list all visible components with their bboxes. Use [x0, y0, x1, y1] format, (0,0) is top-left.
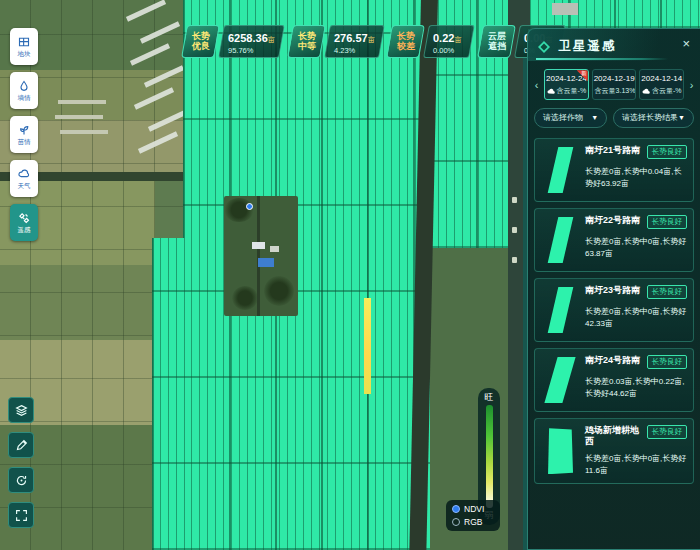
map-marker [512, 227, 517, 233]
caret-down-icon: ▼ [678, 114, 685, 121]
stat-growth-excellent: 长势优良 6258.36亩95.76% [184, 25, 282, 58]
field-card[interactable]: 鸡场新增耕地西长势良好 长势差0亩,长势中0亩,长势好11.6亩 [534, 418, 694, 485]
header-divider [536, 58, 668, 60]
growth-badge: 长势良好 [647, 145, 687, 159]
sidebar-item-seedling[interactable]: 苗情 [10, 116, 38, 153]
cloud-icon [642, 88, 650, 94]
greenhouse [58, 100, 106, 104]
date-selector: ‹ 新 2024-12-24 含云量-% 2024-12-19 含云量3.13%… [528, 61, 700, 106]
sidebar-item-label: 天气 [18, 182, 31, 188]
fullscreen-icon [15, 509, 28, 522]
date-card[interactable]: 2024-12-14 含云量-% [639, 69, 684, 100]
field-thumbnail [541, 215, 579, 265]
sidebar-item-label: 墒情 [18, 94, 31, 100]
draw-measure-button[interactable] [8, 432, 34, 458]
stat-badge: 长势中等 [287, 25, 326, 58]
layers-icon [15, 404, 28, 417]
building [258, 258, 274, 267]
stat-growth-medium: 长势中等 276.57亩4.23% [290, 25, 382, 58]
growth-badge: 长势良好 [647, 285, 687, 299]
field-thumbnail [541, 145, 579, 195]
crop-select[interactable]: 请选择作物 ▼ [534, 108, 607, 128]
stat-value: 276.57亩4.23% [324, 25, 384, 58]
app-screen: 长势优良 6258.36亩95.76% 长势中等 276.57亩4.23% 长势… [0, 0, 700, 550]
satellite-icon [18, 212, 30, 224]
seedling-icon [18, 124, 30, 136]
radio-unselected-icon [452, 518, 460, 526]
stat-badge: 云层遮挡 [478, 25, 517, 58]
date-card[interactable]: 新 2024-12-24 含云量-% [544, 69, 589, 100]
plot-icon [18, 36, 30, 48]
sidebar-item-plots[interactable]: 地块 [10, 28, 38, 65]
village-area [224, 196, 298, 316]
sidebar-item-weather[interactable]: 天气 [10, 160, 38, 197]
map-marker [512, 197, 517, 203]
building [252, 242, 265, 249]
greenhouse [60, 130, 108, 134]
satellite-remote-sensing-panel: 卫星遥感 × ‹ 新 2024-12-24 含云量-% 2024-12-19 含… [527, 28, 700, 550]
field-list: 南圩21号路南长势良好 长势差0亩,长势中0.04亩,长势好63.92亩 南圩2… [528, 134, 700, 549]
field-thumbnail [541, 355, 579, 405]
highlighted-crop-fields [183, 0, 430, 550]
ndvi-radio[interactable]: NDVI [452, 505, 494, 514]
sidebar-item-label: 苗情 [18, 138, 31, 144]
sidebar-item-remote-sensing[interactable]: 遥感 [10, 204, 38, 241]
radio-selected-icon [452, 505, 460, 513]
stat-growth-poor: 长势较差 0.22亩0.00% [389, 25, 472, 58]
panel-title: 卫星遥感 [558, 39, 616, 53]
growth-badge: 长势良好 [647, 215, 687, 229]
layers-button[interactable] [8, 397, 34, 423]
field-thumbnail [541, 285, 579, 335]
field-card[interactable]: 南圩23号路南长势良好 长势差0亩,长势中0亩,长势好42.33亩 [534, 278, 694, 342]
building [270, 246, 279, 252]
filter-row: 请选择作物 ▼ 请选择长势结果 ▼ [528, 106, 700, 134]
stat-badge: 长势较差 [387, 25, 426, 58]
growth-stats-bar: 长势优良 6258.36亩95.76% 长势中等 276.57亩4.23% 长势… [184, 25, 563, 58]
highlighted-crop-fields [152, 238, 185, 550]
ndvi-gradient-bar [486, 405, 493, 508]
growth-badge: 长势良好 [647, 355, 687, 369]
field-card[interactable]: 南圩24号路南长势良好 长势差0.03亩,长势中0.22亩,长势好44.62亩 [534, 348, 694, 412]
weather-icon [18, 168, 30, 180]
gem-icon [538, 41, 550, 53]
greenhouse [55, 115, 103, 119]
sidebar-item-soil-moisture[interactable]: 墒情 [10, 72, 38, 109]
field-card[interactable]: 南圩22号路南长势良好 长势差0亩,长势中0亩,长势好63.87亩 [534, 208, 694, 272]
panel-header: 卫星遥感 × [528, 29, 700, 61]
stat-value: 0.22亩0.00% [424, 25, 476, 58]
layer-toggle: NDVI RGB [446, 500, 500, 531]
sidebar-item-label: 遥感 [18, 226, 31, 232]
field-thumbnail [541, 425, 579, 478]
rgb-radio[interactable]: RGB [452, 518, 494, 527]
reset-locate-button[interactable] [8, 467, 34, 493]
close-icon[interactable]: × [682, 37, 690, 50]
refresh-locate-icon [15, 474, 28, 487]
caret-down-icon: ▼ [591, 114, 598, 121]
next-date-arrow[interactable]: › [687, 69, 696, 100]
map-marker[interactable] [246, 203, 253, 210]
growth-result-select[interactable]: 请选择长势结果 ▼ [613, 108, 694, 128]
highlighted-crop-fields [522, 0, 700, 28]
building [552, 3, 578, 15]
pencil-icon [15, 439, 28, 452]
stat-value: 6258.36亩95.76% [218, 25, 285, 58]
sidebar-item-label: 地块 [18, 50, 31, 56]
stat-badge: 长势优良 [181, 25, 220, 58]
legend-high-label: 旺 [485, 393, 494, 402]
weak-growth-strip [364, 298, 371, 394]
growth-badge: 长势良好 [647, 425, 687, 439]
date-card[interactable]: 2024-12-19 含云量3.13% [592, 69, 637, 100]
prev-date-arrow[interactable]: ‹ [532, 69, 541, 100]
map-marker [512, 257, 517, 263]
fullscreen-button[interactable] [8, 502, 34, 528]
cloud-icon [547, 88, 555, 94]
moisture-icon [18, 80, 30, 92]
field-card[interactable]: 南圩21号路南长势良好 长势差0亩,长势中0.04亩,长势好63.92亩 [534, 138, 694, 202]
